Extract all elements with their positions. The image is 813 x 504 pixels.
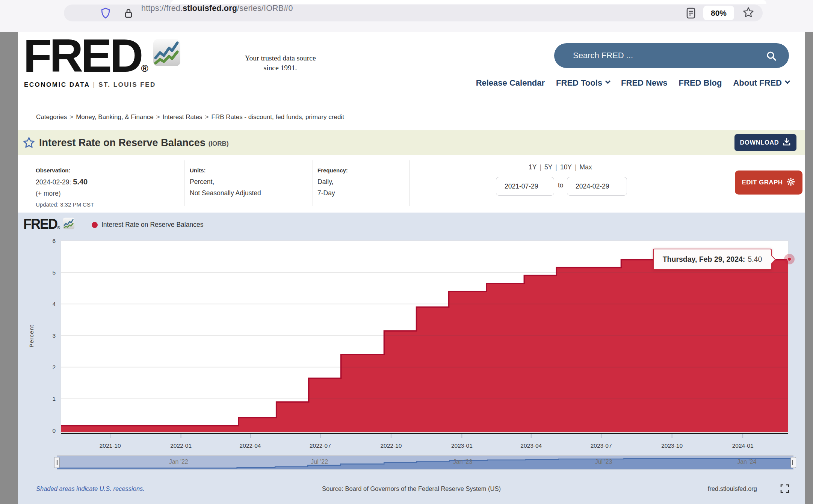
frequency-value-1: Daily,	[317, 176, 348, 187]
date-from-input[interactable]: 2021-07-29	[496, 177, 554, 196]
y-tick-label: 0	[52, 427, 56, 434]
nav-link-release-calendar[interactable]: Release Calendar	[476, 78, 545, 88]
url-path: /series/IORB#0	[237, 4, 293, 13]
favorite-star-icon[interactable]	[23, 136, 35, 151]
nav-link-about-fred[interactable]: About FRED	[733, 78, 789, 88]
range-preset-1y[interactable]: 1Y	[529, 163, 536, 171]
page-zoom-indicator[interactable]: 80%	[703, 6, 734, 20]
gear-icon	[786, 177, 795, 188]
search-icon[interactable]	[766, 50, 777, 63]
tooltip-value: 5.40	[748, 255, 762, 264]
preset-separator: |	[572, 163, 580, 171]
x-tick-label: 2021-10	[100, 442, 121, 449]
download-icon	[783, 138, 791, 148]
slider-tick-label: Jul '22	[311, 459, 328, 465]
chevron-down-icon	[785, 78, 790, 84]
series-title-band: Interest Rate on Reserve Balances (IORB)…	[18, 130, 805, 155]
nav-link-fred-news[interactable]: FRED News	[621, 78, 667, 88]
meta-divider	[184, 160, 184, 206]
y-axis-label: Percent	[28, 306, 36, 366]
url-domain: stlouisfed.org	[183, 4, 237, 13]
range-preset-10y[interactable]: 10Y	[560, 163, 572, 171]
x-tick-label: 2023-04	[520, 442, 542, 449]
slider-handle-right[interactable]	[790, 457, 796, 468]
slider-tick-label: Jan '23	[453, 459, 472, 465]
fred-logo-subtitle: ECONOMIC DATA|ST. LOUIS FED	[24, 81, 156, 89]
header-divider	[217, 35, 217, 71]
breadcrumb-link[interactable]: Interest Rates	[163, 113, 202, 121]
data-point-marker	[787, 257, 792, 261]
units-value-2: Not Seasonally Adjusted	[190, 187, 261, 199]
range-preset-5y[interactable]: 5Y	[544, 163, 552, 171]
breadcrumb-link[interactable]: Categories	[36, 113, 67, 121]
x-tick-label: 2022-10	[380, 442, 402, 449]
breadcrumb-link[interactable]: FRB Rates - discount, fed funds, primary…	[212, 113, 344, 121]
site-url: fred.stlouisfed.org	[644, 485, 757, 492]
screenshot-root: https://fred.stlouisfed.org/series/IORB#…	[0, 0, 813, 504]
logo-subtitle-divider: |	[90, 81, 98, 88]
x-axis-line	[61, 433, 788, 434]
logo-subtitle-right: ST. LOUIS FED	[98, 81, 156, 88]
observation-date: 2024-02-29:	[36, 178, 71, 186]
window-edge-right	[805, 32, 813, 504]
tooltip-date: Thursday, Feb 29, 2024:	[663, 255, 745, 264]
more-observations-link[interactable]: (+ more)	[36, 188, 94, 199]
tagline-line1: Your trusted data source	[224, 53, 337, 63]
x-tick-label: 2022-01	[170, 442, 192, 449]
nav-link-fred-blog[interactable]: FRED Blog	[679, 78, 722, 88]
url-text[interactable]: https://fred.stlouisfed.org/series/IORB#…	[141, 0, 293, 17]
lock-icon[interactable]	[124, 8, 133, 20]
observation-value: 5.40	[73, 178, 88, 186]
main-nav: Release CalendarFRED ToolsFRED NewsFRED …	[476, 78, 789, 88]
updated-timestamp: Updated: 3:32 PM CST	[36, 199, 94, 210]
x-tick-label: 2023-01	[451, 442, 473, 449]
fred-page: FRED® ECONOMIC DATA|ST. LOUIS FED Your t…	[18, 32, 805, 504]
slider-grip-icon	[792, 460, 794, 465]
breadcrumb-separator: >	[67, 113, 76, 121]
slider-series-area	[57, 459, 793, 469]
observation-label: Observation:	[36, 165, 94, 176]
fred-logo-text: FRED	[23, 35, 141, 76]
x-tick-label: 2023-10	[661, 442, 683, 449]
tracking-shield-icon[interactable]	[101, 8, 110, 20]
slider-tick-label: Jan '24	[737, 459, 756, 465]
nav-link-fred-tools[interactable]: FRED Tools	[556, 78, 610, 88]
series-meta: Observation: 2024-02-29: 5.40 (+ more) U…	[18, 155, 805, 213]
y-tick-label: 6	[52, 238, 56, 244]
range-preset-max[interactable]: Max	[580, 163, 592, 171]
x-tick-label: 2022-07	[310, 442, 331, 449]
browser-toolbar: https://fred.stlouisfed.org/series/IORB#…	[0, 0, 813, 32]
bookmark-star-icon[interactable]	[742, 6, 754, 20]
download-label: DOWNLOAD	[740, 139, 779, 146]
range-slider-minichart	[57, 456, 793, 469]
edit-graph-button[interactable]: EDIT GRAPH	[735, 171, 802, 195]
frequency-label: Frequency:	[317, 165, 348, 176]
y-tick-label: 4	[52, 301, 56, 307]
units-value-1: Percent,	[190, 176, 261, 187]
logo-subtitle-left: ECONOMIC DATA	[24, 81, 90, 88]
window-edge-left	[0, 32, 18, 504]
slider-grip-icon	[56, 460, 58, 465]
chart-tooltip: Thursday, Feb 29, 2024: 5.40	[653, 249, 772, 270]
header-bottom-border	[18, 109, 805, 109]
slider-handle-left[interactable]	[54, 457, 60, 468]
frequency-block: Frequency: Daily, 7-Day	[317, 165, 348, 199]
preset-separator: |	[536, 163, 544, 171]
breadcrumb-link[interactable]: Money, Banking, & Finance	[76, 113, 154, 121]
download-button[interactable]: DOWNLOAD	[734, 134, 796, 151]
chart-panel: FRED® Interest Rate on Reserve Balances …	[18, 213, 805, 504]
fullscreen-icon[interactable]	[780, 484, 790, 495]
range-presets: 1Y|5Y|10Y|Max	[529, 163, 592, 171]
slider-tick-label: Jan '22	[169, 459, 188, 465]
x-tick-label: 2022-04	[240, 442, 261, 449]
date-to-input[interactable]: 2024-02-29	[567, 177, 627, 196]
range-slider[interactable]: Jan '22Jul '22Jan '23Jul '23Jan '24	[57, 455, 793, 469]
frequency-value-2: 7-Day	[317, 187, 348, 199]
y-tick-label: 1	[52, 395, 56, 402]
reader-mode-icon[interactable]	[686, 7, 696, 21]
series-title: Interest Rate on Reserve Balances	[39, 137, 206, 149]
meta-divider	[410, 160, 410, 206]
units-label: Units:	[190, 165, 261, 176]
url-prefix: https://fred.	[141, 4, 183, 13]
search-input[interactable]: Search FRED ...	[554, 43, 789, 68]
